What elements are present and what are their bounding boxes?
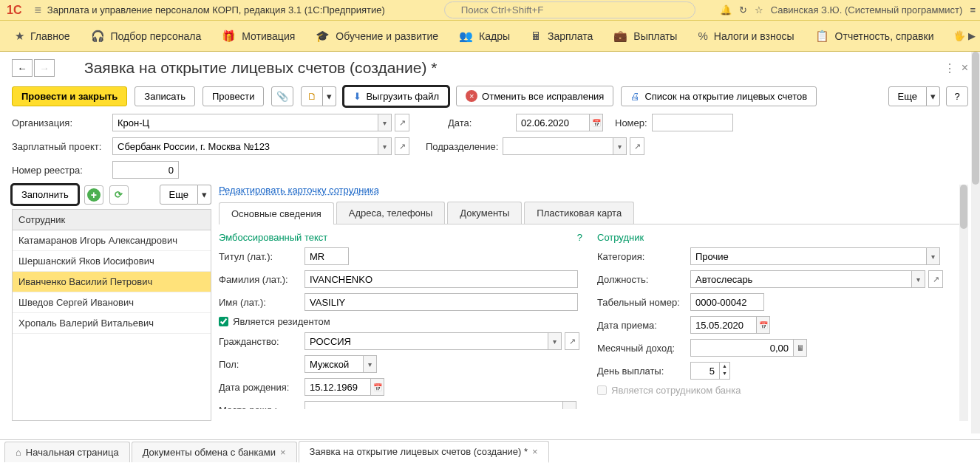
payday-input[interactable]	[690, 362, 720, 380]
zp-input[interactable]	[112, 137, 378, 155]
back-button[interactable]: ←	[12, 59, 33, 77]
nav-learning[interactable]: 🎓Обучение и развитие	[305, 21, 449, 51]
date-input[interactable]	[516, 114, 590, 131]
bell-icon[interactable]: 🔔	[720, 4, 732, 16]
more-button[interactable]: Еще	[888, 86, 927, 106]
birthplace-input[interactable]	[304, 401, 563, 409]
page-scrollbar[interactable]	[971, 52, 980, 433]
registry-input[interactable]	[112, 161, 179, 179]
nav-payments[interactable]: 💼Выплаты	[603, 21, 687, 51]
export-file-button[interactable]: ⬇Выгрузить файл	[344, 86, 449, 106]
nav-main[interactable]: ★Главное	[4, 21, 81, 51]
tab-close-icon[interactable]: ×	[280, 447, 286, 458]
payday-up[interactable]: ▲	[720, 363, 729, 370]
search-input[interactable]	[444, 1, 695, 18]
titul-input[interactable]	[304, 247, 349, 265]
create-based-dropdown[interactable]: ▾	[323, 86, 336, 106]
edit-card-link[interactable]: Редактировать карточку сотрудника	[219, 185, 379, 196]
help-icon[interactable]: ?	[577, 232, 582, 247]
birthplace-more[interactable]: …	[563, 401, 576, 409]
tabnum-input[interactable]	[690, 293, 764, 311]
birth-picker[interactable]: 📅	[371, 378, 384, 396]
menu-icon[interactable]: ≡	[34, 4, 41, 17]
employee-row[interactable]: Хропаль Валерий Витальевич	[13, 313, 211, 334]
nav-motivation[interactable]: 🎁Мотивация	[211, 21, 305, 51]
citizen-open[interactable]: ↗	[565, 332, 579, 350]
employee-list[interactable]: Сотрудник Катамаранов Игорь Александрови…	[12, 209, 211, 421]
refresh-button[interactable]: ⟳	[109, 185, 129, 205]
detail-tab[interactable]: Основные сведения	[219, 202, 334, 224]
income-calc[interactable]: 🖩	[794, 339, 807, 357]
window-tab[interactable]: Заявка на открытие лицевых счетов (созда…	[299, 441, 549, 463]
user-label[interactable]: Савинская З.Ю. (Системный программист)	[771, 4, 963, 16]
hire-input[interactable]	[690, 316, 757, 334]
kebab-icon[interactable]: ⋮	[944, 61, 956, 75]
write-button[interactable]: Записать	[135, 86, 195, 106]
nav-hr[interactable]: 👥Кадры	[449, 21, 520, 51]
employee-row[interactable]: Шведов Сергей Иванович	[13, 292, 211, 313]
window-tab[interactable]: ⌂Начальная страница	[4, 442, 130, 462]
history-icon[interactable]: ↻	[739, 4, 747, 16]
number-input[interactable]	[652, 114, 733, 131]
star-icon[interactable]: ☆	[755, 4, 763, 16]
position-input[interactable]	[690, 270, 912, 288]
org-dropdown[interactable]: ▾	[378, 114, 392, 131]
gender-dropdown[interactable]: ▾	[364, 355, 377, 373]
category-input[interactable]	[690, 247, 927, 265]
income-input[interactable]	[690, 339, 794, 357]
position-open[interactable]: ↗	[928, 270, 943, 288]
tab-close-icon[interactable]: ×	[532, 446, 538, 457]
dept-dropdown[interactable]: ▾	[613, 137, 627, 155]
position-dropdown[interactable]: ▾	[912, 270, 925, 288]
employee-row[interactable]: Катамаранов Игорь Александрович	[13, 230, 211, 251]
post-button[interactable]: Провести	[203, 86, 265, 106]
org-input[interactable]	[112, 114, 378, 131]
nav-recruit[interactable]: 🎧Подбор персонала	[81, 21, 212, 51]
help-button[interactable]: ?	[946, 86, 968, 106]
citizen-dropdown[interactable]: ▾	[548, 332, 562, 350]
citizen-input[interactable]	[304, 332, 548, 350]
home-icon: ⌂	[16, 447, 21, 458]
logo-1c: 1C	[4, 4, 24, 17]
detail-scrollbar[interactable]	[959, 185, 968, 421]
settings-icon[interactable]: ≡	[970, 4, 976, 16]
fam-input[interactable]	[304, 270, 578, 288]
detail-tab[interactable]: Пластиковая карта	[524, 202, 634, 224]
dept-open[interactable]: ↗	[630, 137, 644, 155]
zp-dropdown[interactable]: ▾	[378, 137, 392, 155]
attach-button[interactable]: 📎	[271, 86, 293, 106]
fill-button[interactable]: Заполнить	[12, 185, 78, 205]
left-more-dropdown[interactable]: ▾	[198, 185, 211, 205]
close-icon[interactable]: ×	[962, 61, 968, 75]
date-picker[interactable]: 📅	[590, 114, 603, 131]
payday-down[interactable]: ▼	[720, 370, 729, 377]
cancel-fixes-button[interactable]: ×Отменить все исправления	[456, 86, 613, 106]
category-dropdown[interactable]: ▾	[927, 247, 940, 265]
employee-row[interactable]: Иванченко Василий Петрович	[13, 272, 211, 292]
gender-input[interactable]	[304, 355, 364, 373]
hire-picker[interactable]: 📅	[757, 316, 770, 334]
resident-checkbox[interactable]	[219, 317, 228, 326]
nav-taxes[interactable]: %Налоги и взносы	[687, 21, 804, 51]
detail-tab[interactable]: Адреса, телефоны	[336, 202, 446, 224]
dept-input[interactable]	[503, 137, 613, 155]
forward-button[interactable]: →	[34, 59, 55, 77]
birth-input[interactable]	[304, 378, 371, 396]
org-open[interactable]: ↗	[395, 114, 409, 131]
name-input[interactable]	[304, 293, 578, 311]
window-tab[interactable]: Документы обмена с банками×	[132, 442, 297, 462]
nav-reports[interactable]: 📋Отчетность, справки	[805, 21, 945, 51]
nav-scroll-right[interactable]: ▶	[968, 30, 976, 41]
create-based-button[interactable]: 🗋	[301, 86, 323, 106]
post-and-close-button[interactable]: Провести и закрыть	[12, 86, 127, 106]
nav-salary[interactable]: 🖩Зарплата	[520, 21, 603, 51]
nav-more-icon[interactable]: 🖐	[953, 30, 965, 41]
detail-tab[interactable]: Документы	[447, 202, 522, 224]
more-dropdown[interactable]: ▾	[927, 86, 940, 106]
left-more-button[interactable]: Еще	[160, 185, 198, 205]
employee-row[interactable]: Шершанский Яков Иосифович	[13, 251, 211, 272]
registry-label: Номер реестра:	[12, 165, 108, 176]
add-button[interactable]: +	[84, 185, 103, 205]
accounts-list-button[interactable]: 🖨Список на открытие лицевых счетов	[621, 86, 817, 106]
zp-open[interactable]: ↗	[395, 137, 409, 155]
